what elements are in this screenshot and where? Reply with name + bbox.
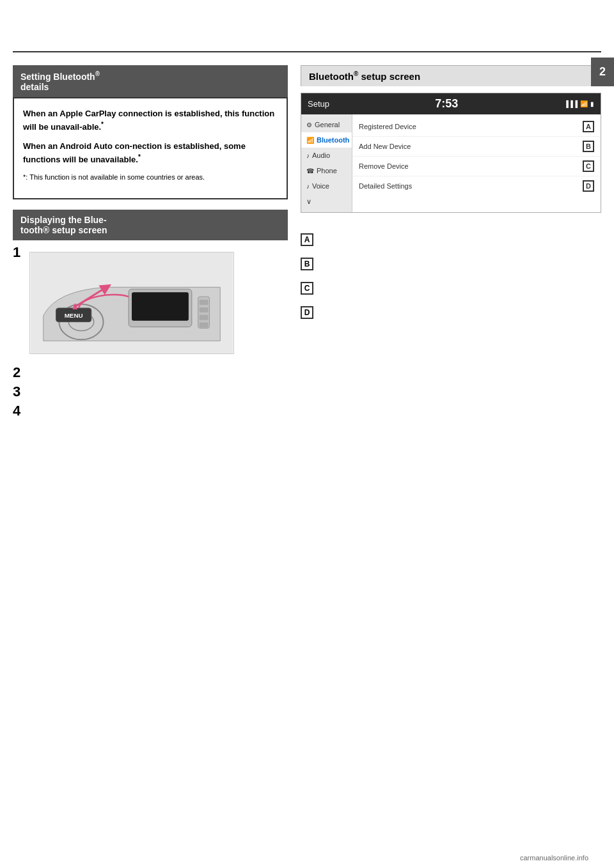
ref-item-a: A [301, 232, 601, 246]
badge-d: D [583, 180, 594, 192]
asterisk-1: * [101, 121, 104, 128]
main-title-line2: details [20, 82, 49, 92]
nav-audio[interactable]: ♪ Audio [301, 148, 352, 163]
bt-setup-screen-title: Bluetooth® setup screen [301, 65, 601, 86]
right-column: Bluetooth® setup screen Setup 7:53 ▐▐▐ 📶… [301, 65, 601, 423]
reg-mark: ® [95, 70, 100, 77]
displaying-section: Displaying the Blue- tooth® setup screen… [13, 210, 288, 423]
displaying-reg: ® [43, 225, 49, 235]
svg-rect-11 [200, 322, 209, 327]
bt-content-col: Registered Device A Add New Device B Rem… [352, 114, 601, 212]
step-3-row: 3 [13, 385, 288, 399]
content-add-new-device[interactable]: Add New Device B [352, 137, 601, 157]
content-remove-device[interactable]: Remove Device C [352, 157, 601, 176]
bluetooth-icon: 📶 [306, 137, 314, 144]
bt-screen-header: Setup 7:53 ▐▐▐ 📶 ▮ [301, 93, 601, 114]
left-column: Setting Bluetooth® details When an Apple… [13, 65, 288, 423]
displaying-header: Displaying the Blue- tooth® setup screen [13, 210, 288, 240]
main-title-text: Setting Bluetooth [20, 72, 95, 82]
bt-screen-body: ⚙ General 📶 Bluetooth ♪ Audio [301, 114, 601, 212]
phone-icon: ☎ [306, 167, 314, 174]
ref-badge-c: C [301, 282, 313, 295]
page-container: 2 Setting Bluetooth® details When an App… [0, 0, 614, 868]
nav-more[interactable]: ∨ [301, 194, 352, 210]
nav-bluetooth[interactable]: 📶 Bluetooth [301, 132, 352, 148]
steps-list: 1 [13, 245, 288, 418]
step-2-number: 2 [13, 366, 24, 380]
main-content: Setting Bluetooth® details When an Apple… [13, 65, 601, 423]
svg-rect-8 [200, 300, 209, 305]
footnote-text: *: This function is not available in som… [23, 173, 278, 182]
ref-section: A B C D [301, 232, 601, 329]
ref-badge-a: A [301, 233, 313, 246]
main-section-header: Setting Bluetooth® details [13, 65, 288, 97]
warning-box: When an Apple CarPlay connection is esta… [13, 97, 288, 199]
bt-nav-col: ⚙ General 📶 Bluetooth ♪ Audio [301, 114, 352, 212]
nav-voice[interactable]: ♪ Voice [301, 178, 352, 194]
nav-bluetooth-label: Bluetooth [317, 136, 349, 144]
displaying-line3: setup screen [49, 225, 107, 235]
badge-c: C [583, 160, 594, 172]
asterisk-2: * [138, 153, 141, 160]
signal-icon: ▐▐▐ [564, 100, 578, 107]
nav-phone[interactable]: ☎ Phone [301, 163, 352, 178]
screen-title: Setup [308, 99, 329, 109]
remove-device-label: Remove Device [359, 162, 409, 170]
step-2-row: 2 [13, 366, 288, 380]
wifi-icon: 📶 [580, 100, 588, 107]
badge-a: A [583, 121, 594, 132]
step-4-row: 4 [13, 404, 288, 418]
step-4-number: 4 [13, 404, 24, 418]
nav-audio-label: Audio [312, 151, 330, 159]
screen-icons: ▐▐▐ 📶 ▮ [564, 100, 594, 107]
nav-general-label: General [315, 121, 340, 128]
setup-screen-wrapper: Setup 7:53 ▐▐▐ 📶 ▮ ⚙ [301, 93, 601, 213]
ref-item-b: B [301, 256, 601, 270]
registered-device-label: Registered Device [359, 123, 416, 130]
screen-time: 7:53 [435, 97, 458, 111]
voice-icon: ♪ [306, 183, 310, 190]
add-new-device-label: Add New Device [359, 143, 411, 150]
ref-item-d: D [301, 305, 601, 319]
step-1-content: MENU [29, 245, 234, 360]
chapter-number: 2 [591, 58, 614, 86]
svg-rect-6 [132, 292, 189, 320]
warning-para-1: When an Apple CarPlay connection is esta… [23, 107, 278, 134]
audio-icon: ♪ [306, 152, 310, 159]
ref-badge-d: D [301, 306, 313, 319]
step-1-number: 1 [13, 245, 24, 260]
ref-badge-b: B [301, 258, 313, 270]
more-icon: ∨ [306, 198, 311, 206]
content-registered-device[interactable]: Registered Device A [352, 117, 601, 137]
displaying-line2: tooth [20, 225, 43, 235]
warning-para-2: When an Android Auto con-nection is esta… [23, 140, 278, 166]
badge-b: B [583, 141, 594, 152]
nav-phone-label: Phone [317, 167, 337, 174]
displaying-line1: Displaying the Blue- [20, 215, 107, 225]
svg-text:MENU: MENU [65, 311, 83, 318]
detailed-settings-label: Detailed Settings [359, 182, 412, 190]
ref-item-c: C [301, 281, 601, 295]
step-1-row: 1 [13, 245, 288, 360]
battery-icon: ▮ [590, 100, 594, 107]
content-detailed-settings[interactable]: Detailed Settings D [352, 176, 601, 196]
bt-setup-screen: Setup 7:53 ▐▐▐ 📶 ▮ ⚙ [301, 93, 601, 213]
car-interior-svg: MENU [30, 252, 233, 353]
bt-title-text: Bluetooth [309, 71, 354, 82]
nav-general[interactable]: ⚙ General [301, 117, 352, 132]
general-icon: ⚙ [306, 121, 312, 128]
top-divider [13, 51, 601, 52]
svg-rect-9 [200, 307, 209, 313]
svg-rect-10 [200, 314, 209, 320]
menu-illustration: MENU [29, 252, 234, 354]
bt-title-suffix: setup screen [358, 71, 420, 82]
watermark: carmanualsonline.info [520, 854, 588, 862]
step-3-number: 3 [13, 385, 24, 399]
nav-voice-label: Voice [312, 182, 329, 190]
